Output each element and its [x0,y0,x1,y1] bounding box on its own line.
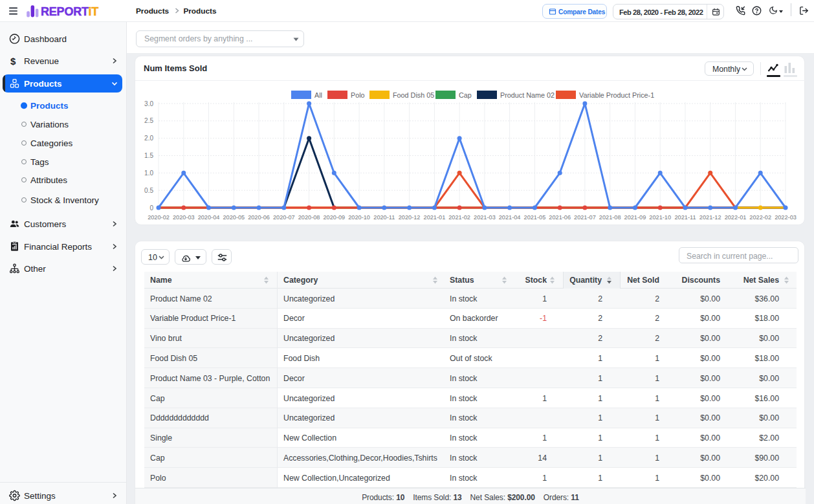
svg-text:2021-07: 2021-07 [574,214,596,221]
svg-text:2021-01: 2021-01 [424,214,446,221]
svg-text:2020-09: 2020-09 [323,214,345,221]
svg-text:Polo: Polo [351,91,365,99]
svg-text:2022-03: 2022-03 [775,214,797,221]
svg-text:2020-05: 2020-05 [223,214,245,221]
svg-text:2020-12: 2020-12 [399,214,421,221]
svg-text:2021-06: 2021-06 [549,214,571,221]
svg-text:2021-11: 2021-11 [674,214,696,221]
svg-text:0: 0 [149,204,153,212]
svg-text:2022-01: 2022-01 [725,214,747,221]
svg-text:2021-12: 2021-12 [699,214,721,221]
svg-text:2020-07: 2020-07 [273,214,295,221]
svg-text:2021-05: 2021-05 [524,214,546,221]
svg-text:2021-10: 2021-10 [649,214,671,221]
svg-text:2020-03: 2020-03 [173,214,195,221]
svg-text:Variable Product Price-1: Variable Product Price-1 [579,91,654,99]
svg-text:Food Dish 05: Food Dish 05 [393,91,434,99]
svg-text:Cap: Cap [459,91,472,99]
svg-text:2021-09: 2021-09 [624,214,646,221]
svg-text:3.0: 3.0 [144,100,153,107]
svg-text:2020-04: 2020-04 [198,214,220,221]
svg-text:2020-06: 2020-06 [248,214,270,221]
svg-text:1.5: 1.5 [144,152,153,159]
svg-text:2020-02: 2020-02 [148,214,170,221]
svg-text:2021-02: 2021-02 [448,214,470,221]
svg-text:2021-08: 2021-08 [599,214,621,221]
svg-text:2020-08: 2020-08 [298,214,320,221]
svg-text:2021-04: 2021-04 [499,214,521,221]
svg-text:2021-03: 2021-03 [474,214,496,221]
svg-text:0.5: 0.5 [144,187,153,194]
svg-text:Product Name 02: Product Name 02 [500,91,555,99]
svg-text:1.0: 1.0 [144,170,153,177]
svg-text:2.5: 2.5 [144,117,153,124]
svg-text:2.0: 2.0 [144,135,153,142]
svg-text:All: All [314,91,322,99]
svg-text:2020-11: 2020-11 [373,214,395,221]
svg-text:2022-02: 2022-02 [749,214,771,221]
svg-text:2020-10: 2020-10 [348,214,370,221]
